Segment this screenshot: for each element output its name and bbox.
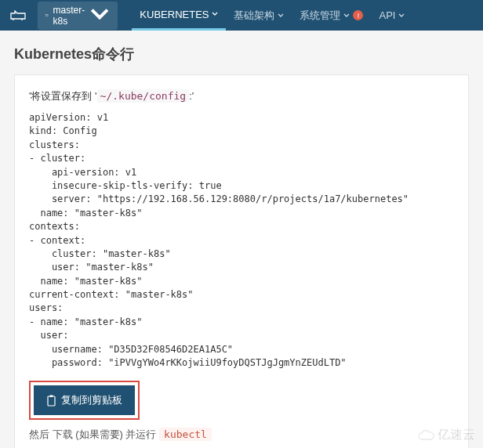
config-path: ~/.kube/config — [97, 89, 190, 103]
kubectl-code: kubectl — [159, 428, 212, 441]
chevron-down-icon — [89, 5, 110, 25]
svg-rect-2 — [50, 395, 53, 397]
svg-rect-0 — [45, 14, 48, 16]
cube-icon — [45, 11, 49, 20]
chevron-down-icon — [278, 13, 284, 19]
alert-badge-icon — [353, 10, 363, 20]
copy-to-clipboard-button[interactable]: 复制到剪贴板 — [34, 385, 135, 415]
top-navbar: master-k8s KUBERNETES 基础架构 系统管理 API — [0, 0, 483, 31]
svg-rect-1 — [48, 396, 55, 406]
nav-infrastructure[interactable]: 基础架构 — [226, 0, 292, 31]
content-card: '将设置保存到 '~/.kube/config:' apiVersion: v1… — [14, 74, 469, 448]
nav-kubernetes[interactable]: KUBERNETES — [132, 0, 226, 31]
kube-config-text: apiVersion: v1 kind: Config clusters: - … — [29, 111, 454, 370]
chevron-down-icon — [343, 13, 350, 19]
save-note: '将设置保存到 '~/.kube/config:' — [29, 89, 454, 103]
footer-note: 然后 下载 (如果需要) 并运行 kubectl — [29, 428, 454, 442]
copy-button-highlight: 复制到剪贴板 — [29, 381, 140, 420]
chevron-down-icon — [212, 11, 218, 17]
page-title: Kubernetes命令行 — [0, 31, 483, 74]
nav-api[interactable]: API — [371, 0, 412, 31]
rancher-logo — [9, 10, 27, 21]
chevron-down-icon — [398, 13, 405, 19]
project-name: master-k8s — [53, 5, 85, 27]
nav-admin[interactable]: 系统管理 — [292, 0, 371, 31]
clipboard-icon — [46, 395, 56, 406]
project-selector[interactable]: master-k8s — [38, 2, 118, 30]
